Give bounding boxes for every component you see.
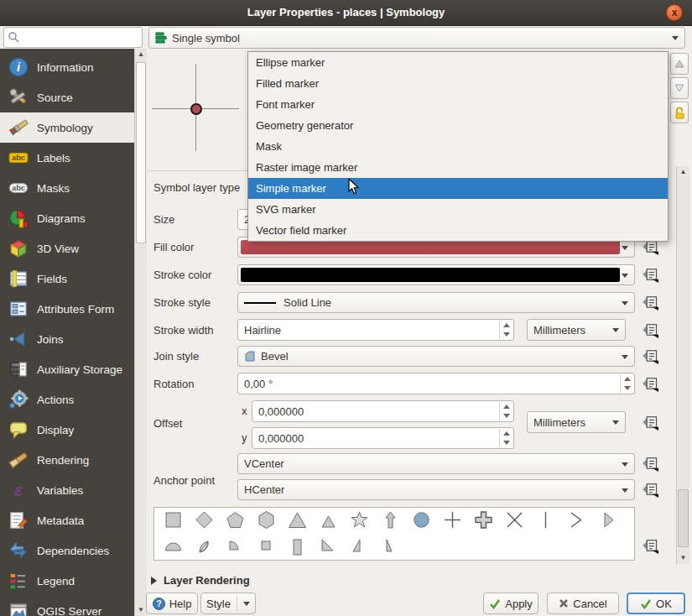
sidebar-item-attributes-form[interactable]: Attributes Form <box>0 294 134 324</box>
anchor-horizontal-combo[interactable]: HCenter <box>237 479 635 500</box>
data-defined-override-shape-button[interactable] <box>642 537 658 554</box>
data-defined-override-anchor-h-button[interactable] <box>642 481 658 498</box>
shape-square-icon[interactable] <box>158 508 189 532</box>
spinner[interactable] <box>499 429 512 447</box>
shape-circle-icon-selected[interactable] <box>406 508 437 532</box>
shape-cross-icon[interactable] <box>437 508 468 532</box>
layer-rendering-section[interactable]: Layer Rendering <box>151 574 250 587</box>
dropdown-item-filled-marker[interactable]: Filled marker <box>248 73 668 94</box>
apply-button[interactable]: Apply <box>483 593 539 614</box>
help-button[interactable]: ? Help <box>146 593 198 614</box>
dropdown-item-ellipse-marker[interactable]: Ellipse marker <box>248 52 668 73</box>
style-button[interactable]: Style <box>200 593 256 614</box>
data-defined-override-stroke-style-button[interactable] <box>642 294 658 311</box>
data-defined-override-join-style-button[interactable] <box>642 347 658 364</box>
search-input[interactable] <box>3 27 143 48</box>
sidebar-item-display[interactable]: Display <box>0 415 134 445</box>
stroke-color-button[interactable] <box>237 264 635 285</box>
shape-line-icon[interactable] <box>530 508 561 532</box>
titlebar[interactable]: Layer Properties - places | Symbology x <box>0 0 692 26</box>
dropdown-item-font-marker[interactable]: Font marker <box>248 94 668 115</box>
chevron-down-icon[interactable] <box>622 274 628 278</box>
shape-half-square-icon[interactable] <box>282 535 313 559</box>
rotation-input[interactable]: 0,00 ° <box>237 373 635 394</box>
dropdown-item-geometry-generator[interactable]: Geometry generator <box>248 115 668 136</box>
marker-shape-grid[interactable] <box>153 507 635 561</box>
spinner[interactable] <box>499 402 512 420</box>
sidebar-item-information[interactable]: i Information <box>0 52 134 82</box>
shape-left-half-triangle-icon[interactable] <box>375 535 406 559</box>
sidebar-scrollbar-thumb[interactable] <box>136 62 146 243</box>
data-defined-override-offset-button[interactable] <box>642 414 658 431</box>
data-defined-override-rotation-button[interactable] <box>642 375 658 392</box>
sidebar-item-symbology[interactable]: Symbology <box>0 112 134 143</box>
offset-y-input[interactable]: 0,000000 <box>252 427 514 449</box>
sidebar-item-auxiliary-storage[interactable]: Auxiliary Storage <box>0 354 134 384</box>
shape-arrowhead-icon[interactable] <box>561 508 592 532</box>
renderer-combo[interactable]: Single symbol <box>148 27 685 49</box>
dropdown-item-mask[interactable]: Mask <box>248 136 668 157</box>
scroll-up-icon[interactable]: ▲ <box>135 49 147 60</box>
main-scrollbar[interactable]: ▲ ▼ <box>676 166 689 564</box>
sidebar-item-actions[interactable]: Actions <box>0 384 134 415</box>
shape-cross-fill-icon[interactable] <box>468 508 499 532</box>
sidebar-item-diagrams[interactable]: Diagrams <box>0 203 134 233</box>
shape-diamond-icon[interactable] <box>189 508 220 532</box>
shape-quarter-square-icon[interactable] <box>251 535 282 559</box>
shape-star-icon[interactable] <box>344 508 375 532</box>
chevron-down-icon[interactable] <box>622 246 628 250</box>
cancel-button[interactable]: Cancel <box>547 593 619 614</box>
shape-pentagon-icon[interactable] <box>220 508 251 532</box>
offset-x-input[interactable]: 0,000000 <box>252 400 514 422</box>
sidebar-item-masks[interactable]: abc Masks <box>0 173 134 203</box>
sidebar-item-qgis-server[interactable]: QGIS Server <box>0 596 134 616</box>
dropdown-item-svg-marker[interactable]: SVG marker <box>248 199 668 220</box>
data-defined-override-stroke-color-button[interactable] <box>642 266 658 283</box>
shape-arrow-icon[interactable] <box>375 508 406 532</box>
data-defined-override-anchor-v-button[interactable] <box>642 455 658 472</box>
sidebar-scrollbar[interactable]: ▲ ▼ <box>134 49 147 616</box>
shape-triangle-icon[interactable] <box>282 508 313 532</box>
data-defined-override-stroke-width-button[interactable] <box>642 321 658 338</box>
shape-filled-arrowhead-icon[interactable] <box>592 508 623 532</box>
shape-diagonal-half-square-icon[interactable] <box>313 535 344 559</box>
sidebar-item-dependencies[interactable]: Dependencies <box>0 535 134 566</box>
offset-y-label: y <box>242 431 247 444</box>
shape-cross2-icon[interactable] <box>499 508 530 532</box>
shape-right-half-triangle-icon[interactable] <box>344 535 375 559</box>
sidebar-item-rendering[interactable]: Rendering <box>0 445 134 475</box>
stroke-width-input[interactable]: Hairline <box>237 319 514 341</box>
spinner[interactable] <box>499 321 512 339</box>
dropdown-item-raster-image-marker[interactable]: Raster image marker <box>248 157 668 178</box>
sidebar-item-source[interactable]: Source <box>0 82 134 112</box>
main-scrollbar-thumb[interactable] <box>678 489 689 547</box>
sidebar-item-legend[interactable]: Legend <box>0 566 134 596</box>
lock-button[interactable] <box>670 102 689 123</box>
shape-equilateral-triangle-icon[interactable] <box>313 508 344 532</box>
scroll-up-icon[interactable]: ▲ <box>677 166 689 178</box>
shape-third-circle-icon[interactable] <box>189 535 220 559</box>
dropdown-item-vector-field-marker[interactable]: Vector field marker <box>248 220 668 241</box>
stroke-width-unit-combo[interactable]: Millimeters <box>527 319 626 341</box>
spinner[interactable] <box>620 374 633 393</box>
sidebar-item-3d-view[interactable]: 3D View <box>0 233 134 264</box>
sidebar-item-joins[interactable]: Joins <box>0 324 134 354</box>
ok-button[interactable]: OK <box>627 593 685 614</box>
move-layer-down-button[interactable] <box>670 77 689 99</box>
scroll-down-icon[interactable]: ▼ <box>135 604 147 616</box>
shape-quarter-circle-icon[interactable] <box>220 535 251 559</box>
sidebar-item-variables[interactable]: ε Variables <box>0 475 134 505</box>
sidebar-item-fields[interactable]: Fields <box>0 264 134 294</box>
sidebar-item-metadata[interactable]: Metadata <box>0 505 134 535</box>
offset-unit-combo[interactable]: Millimeters <box>527 411 626 433</box>
close-icon[interactable]: x <box>666 4 683 21</box>
sidebar-item-labels[interactable]: abc Labels <box>0 143 134 173</box>
scroll-down-icon[interactable]: ▼ <box>677 552 689 564</box>
shape-hexagon-icon[interactable] <box>251 508 282 532</box>
join-style-combo[interactable]: Bevel <box>237 346 635 367</box>
shape-semi-circle-icon[interactable] <box>158 535 189 559</box>
stroke-style-combo[interactable]: Solid Line <box>237 292 635 313</box>
anchor-vertical-combo[interactable]: VCenter <box>237 453 635 474</box>
move-layer-up-button[interactable] <box>670 53 689 75</box>
dropdown-item-simple-marker[interactable]: Simple marker <box>248 178 668 199</box>
